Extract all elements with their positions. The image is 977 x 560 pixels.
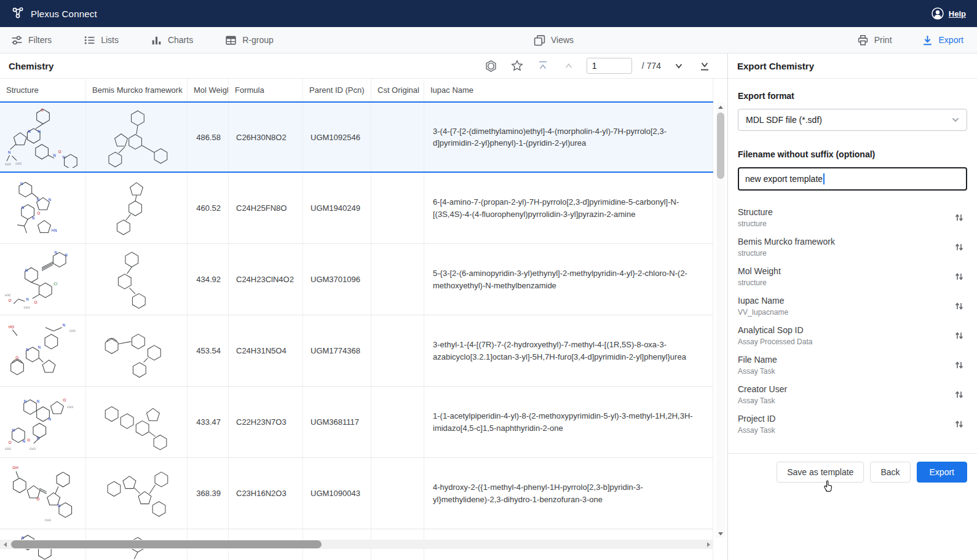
cell-formula: C24H23ClN4O2: [229, 244, 303, 315]
reorder-field-button[interactable]: [951, 269, 967, 285]
main-toolbar: Filters Lists Charts R-group Views: [0, 27, 977, 53]
back-button[interactable]: Back: [870, 462, 910, 483]
cell-iupac-name: 6-[4-amino-7-(propan-2-yl)-7H-pyrrolo[2,…: [424, 173, 713, 243]
rgroup-label: R-group: [242, 35, 274, 45]
svg-text:O: O: [8, 440, 11, 444]
vertical-scrollbar[interactable]: [716, 103, 725, 538]
svg-text:CH3: CH3: [69, 329, 75, 333]
reorder-field-button[interactable]: [951, 239, 967, 255]
horizontal-scrollbar-thumb[interactable]: [11, 540, 322, 548]
field-label: Structure: [738, 207, 773, 218]
field-source: Assay Processed Data: [738, 337, 812, 346]
export-format-select[interactable]: MDL SDF file (*.sdf): [738, 109, 967, 131]
export-toolbar-button[interactable]: Export: [922, 34, 963, 46]
svg-text:N: N: [62, 155, 65, 159]
column-header-formula[interactable]: Formula: [229, 79, 303, 101]
previous-record-button[interactable]: [561, 58, 577, 74]
svg-text:N: N: [36, 398, 39, 403]
field-source: structure: [738, 249, 835, 258]
table-row[interactable]: OH O NCH3 368.39: [0, 458, 713, 529]
chevron-up-icon: [563, 60, 575, 72]
svg-text:O: O: [63, 397, 66, 401]
reorder-field-button[interactable]: [951, 298, 967, 314]
svg-text:N: N: [12, 428, 15, 432]
reorder-field-button[interactable]: [951, 357, 967, 373]
svg-text:CH3: CH3: [30, 447, 36, 450]
structure-search-button[interactable]: [483, 58, 499, 74]
filters-button[interactable]: Filters: [11, 34, 52, 46]
table-row[interactable]: NN N Cl ON OH3C CH3: [0, 244, 713, 315]
export-icon: [922, 34, 933, 46]
rgroup-icon: [225, 34, 237, 46]
field-source: structure: [738, 219, 773, 228]
filename-input[interactable]: new export template: [738, 167, 967, 191]
favorite-button[interactable]: [509, 58, 525, 74]
svg-text:O: O: [58, 149, 61, 154]
export-format-value: MDL SDF file (*.sdf): [746, 115, 822, 125]
charts-button[interactable]: Charts: [151, 34, 193, 46]
field-source: Assay Task: [738, 367, 777, 376]
page-input[interactable]: [587, 58, 632, 74]
table-row[interactable]: N NN NN O HN 460.52: [0, 173, 713, 244]
table-row[interactable]: HO NCH3 NN O: [0, 315, 713, 387]
field-source: Assay Task: [738, 396, 787, 405]
structure-image: N NN NN O HN: [0, 173, 85, 243]
column-header-mol-weight[interactable]: Mol Weight: [188, 79, 229, 101]
field-label: Bemis Murcko framework: [738, 237, 835, 247]
swap-vertical-icon: [954, 360, 965, 371]
cell-formula: C24H31N5O4: [229, 315, 303, 386]
page-dropdown-button[interactable]: [671, 58, 687, 74]
save-as-template-button[interactable]: Save as template: [777, 462, 864, 483]
column-header-iupac-name[interactable]: Iupac Name: [424, 79, 713, 101]
filename-value: new export template: [745, 174, 823, 184]
swap-vertical-icon: [954, 419, 965, 430]
vertical-scrollbar-thumb[interactable]: [717, 112, 724, 179]
scroll-right-arrow[interactable]: [703, 540, 713, 549]
cell-iupac-name: 3-(4-{7-[2-(dimethylamino)ethyl]-4-(morp…: [424, 103, 713, 172]
export-panel-footer: Save as template Back Export: [728, 453, 977, 491]
reorder-field-button[interactable]: [951, 328, 967, 344]
scroll-left-arrow[interactable]: [0, 540, 10, 549]
swap-vertical-icon: [954, 212, 965, 223]
help-link[interactable]: Help: [931, 7, 966, 20]
go-last-button[interactable]: [697, 58, 713, 74]
swap-vertical-icon: [954, 271, 965, 282]
rgroup-button[interactable]: R-group: [225, 34, 274, 46]
cell-parent-id: UGM1940249: [303, 173, 371, 243]
print-button[interactable]: Print: [857, 34, 892, 46]
go-first-button[interactable]: [535, 58, 551, 74]
reorder-field-button[interactable]: [951, 210, 967, 226]
table-row[interactable]: NNN OCH3 N OCH3 NN OCH3 433.47: [0, 387, 713, 458]
svg-text:N: N: [36, 197, 39, 201]
svg-text:H3C: H3C: [4, 293, 11, 296]
svg-text:CH3: CH3: [4, 163, 10, 166]
svg-text:N: N: [23, 398, 26, 403]
reorder-field-button[interactable]: [951, 387, 967, 403]
grid-title: Chemistry: [9, 61, 53, 71]
field-label: Creator User: [738, 384, 787, 395]
lists-button[interactable]: Lists: [84, 34, 119, 46]
cell-formula: C22H23N7O3: [229, 387, 303, 457]
reorder-field-button[interactable]: [951, 416, 967, 432]
export-button[interactable]: Export: [917, 462, 967, 483]
framework-image: [86, 103, 187, 172]
cell-formula: C24H25FN8O: [229, 173, 303, 243]
views-button[interactable]: Views: [534, 34, 574, 46]
star-icon: [511, 60, 523, 72]
column-header-framework[interactable]: Bemis Murcko framework: [86, 79, 188, 101]
svg-text:N: N: [31, 216, 34, 220]
table-row[interactable]: O NN N CH3 CH3 NON: [0, 101, 713, 173]
horizontal-scrollbar[interactable]: [0, 540, 713, 549]
scroll-up-arrow[interactable]: [716, 103, 725, 111]
scroll-down-arrow[interactable]: [716, 529, 725, 538]
cell-parent-id: UGM1092546: [303, 103, 371, 172]
charts-label: Charts: [168, 35, 193, 45]
svg-text:N: N: [7, 150, 10, 154]
column-header-structure[interactable]: Structure: [0, 79, 86, 101]
column-header-parent-id[interactable]: Parent ID (Pcn): [303, 79, 371, 101]
cell-iupac-name: 4-hydroxy-2-({1-methyl-4-phenyl-1H-pyrro…: [424, 458, 713, 529]
svg-text:CH3: CH3: [67, 406, 73, 409]
field-label: Analytical Sop ID: [738, 325, 812, 336]
svg-text:CH3: CH3: [23, 306, 30, 309]
column-header-cst-original[interactable]: Cst Original: [371, 79, 424, 101]
